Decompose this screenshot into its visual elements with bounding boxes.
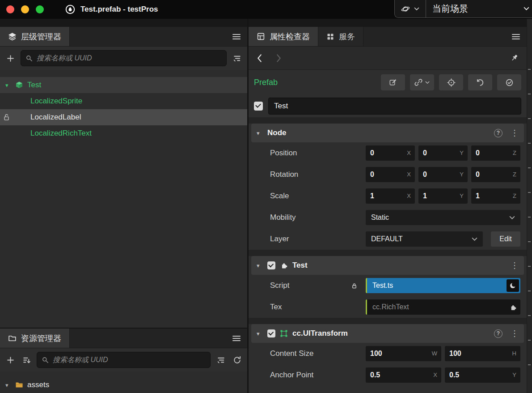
tree-row-prefab-root[interactable]: ▾ Test [0,77,247,93]
hierarchy-filter-button[interactable] [231,52,243,64]
tree-row-assets-root[interactable]: ▾ assets [0,377,247,393]
assets-search[interactable] [37,352,211,368]
node-section-header[interactable]: ▾ Node ? ⋮ [251,124,524,142]
locate-prefab-asset-button[interactable] [439,74,463,90]
axis-label: W [432,346,437,361]
hierarchy-search[interactable] [21,50,227,66]
edit-prefab-button[interactable] [381,74,405,90]
history-back-button[interactable] [257,54,262,63]
apply-prefab-button[interactable] [497,74,521,90]
tree-row[interactable]: LocalizedRichText [0,125,247,141]
lock-icon[interactable] [3,113,11,121]
tab-assets[interactable]: 资源管理器 [0,329,70,348]
hamburger-icon [511,33,520,40]
inspector-menu-button[interactable] [505,27,527,46]
assets-menu-button[interactable] [226,329,247,348]
node-label: assets [27,380,49,389]
property-label: Script [270,281,366,290]
collapse-icon[interactable]: ▾ [5,382,12,389]
inspector-icon [257,32,265,41]
tex-component-field[interactable]: cc.RichText [366,299,520,315]
titlebar: Test.prefab - testPros 当前场景 [0,0,532,19]
tree-row[interactable]: LocalizedSprite [0,93,247,109]
kebab-menu-icon[interactable]: ⋮ [511,261,519,270]
create-node-button[interactable] [4,52,16,64]
rotation-z-field[interactable]: 0Z [471,167,520,182]
axis-label: Y [512,367,516,383]
anchor-x-field[interactable]: 0.5X [366,367,441,383]
collapse-icon[interactable]: ▾ [257,330,263,337]
uitransform-section-header[interactable]: ▾ cc.UITransform ? ⋮ [251,324,524,343]
kebab-menu-icon[interactable]: ⋮ [511,128,519,138]
kebab-menu-icon[interactable]: ⋮ [511,329,519,338]
close-window-button[interactable] [6,5,14,13]
hierarchy-menu-button[interactable] [226,27,247,46]
unlink-prefab-button[interactable] [410,74,434,90]
script-asset-icon[interactable] [507,279,519,292]
minimize-window-button[interactable] [21,5,29,13]
rotation-y-field[interactable]: 0Y [418,167,468,182]
tab-hierarchy[interactable]: 层级管理器 [0,27,70,46]
revert-prefab-button[interactable] [468,74,492,90]
plus-icon [7,55,14,62]
scene-mode-dropdown[interactable] [395,0,426,17]
position-z-field[interactable]: 0Z [471,145,520,161]
tab-services[interactable]: 服务 [318,27,363,46]
help-icon[interactable]: ? [494,129,502,137]
chevron-down-icon [414,7,419,11]
section-gap [249,117,527,124]
content-size-w-field[interactable]: 100W [366,346,441,361]
maximize-window-button[interactable] [36,5,44,13]
help-icon[interactable]: ? [494,329,502,338]
axis-label: X [407,167,411,182]
property-label: Scale [270,192,366,201]
filter-icon [217,356,225,364]
position-y-field[interactable]: 0Y [418,145,468,161]
position-x-field[interactable]: 0X [366,145,415,161]
node-active-checkbox[interactable] [254,102,263,111]
axis-label: Y [460,167,464,182]
edit-layers-button[interactable]: Edit [491,231,520,247]
layers-icon [8,32,17,41]
content-size-row: Content Size 100W 100H [249,343,527,364]
component-enabled-checkbox[interactable] [267,261,275,269]
collapse-icon[interactable]: ▾ [257,262,263,269]
scale-y-field[interactable]: 1Y [418,188,468,204]
content-size-h-field[interactable]: 100H [445,346,520,361]
collapse-icon[interactable]: ▾ [5,82,12,89]
create-asset-button[interactable] [4,354,16,366]
assets-bundle-icon [15,381,23,389]
hierarchy-search-input[interactable] [37,54,222,62]
history-forward-button[interactable] [276,54,282,63]
rotation-x-field[interactable]: 0X [366,167,415,182]
scale-x-field[interactable]: 1X [366,188,415,204]
assets-search-input[interactable] [53,356,206,364]
inspector-scrollbar[interactable] [527,19,532,393]
chevron-left-icon [257,54,262,63]
hierarchy-panel: 层级管理器 [0,19,247,328]
section-title: Test [292,261,308,270]
mobility-select[interactable]: Static [366,210,520,225]
panel-title: 层级管理器 [21,31,61,42]
search-icon [25,55,33,62]
component-enabled-checkbox[interactable] [267,329,275,337]
script-asset-field[interactable]: Test.ts [366,278,520,293]
assets-sort-button[interactable] [21,354,32,366]
collapse-icon[interactable]: ▾ [257,130,263,137]
test-component-header[interactable]: ▾ Test ⋮ [251,256,524,275]
component-puzzle-icon[interactable] [507,301,519,313]
chevron-down-icon [425,81,430,84]
tab-inspector[interactable]: 属性检查器 [249,27,318,46]
property-label: Mobility [270,213,366,222]
layer-select[interactable]: DEFAULT [366,231,483,247]
assets-refresh-button[interactable] [231,354,243,366]
current-scene-dropdown[interactable]: 当前场景 [426,0,532,17]
planet-icon [401,4,410,13]
chevron-down-icon [509,216,515,220]
assets-filter-button[interactable] [215,354,227,366]
node-name-input[interactable] [268,98,521,115]
anchor-y-field[interactable]: 0.5Y [445,367,520,383]
scale-z-field[interactable]: 1Z [471,188,520,204]
tree-row-selected[interactable]: LocalizedLabel [0,109,247,125]
pin-inspector-button[interactable] [510,54,519,62]
